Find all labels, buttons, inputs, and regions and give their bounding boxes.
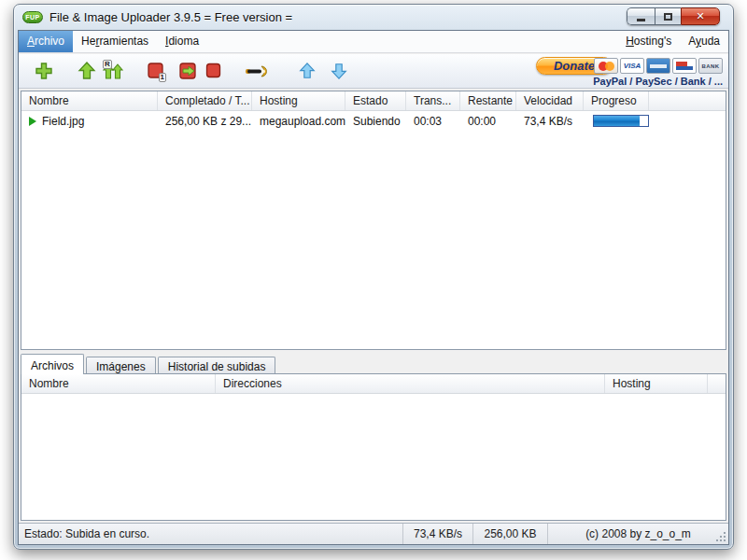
amex-icon[interactable] <box>646 58 670 74</box>
col-trans[interactable]: Trans... <box>406 91 460 110</box>
tab-historial[interactable]: Historial de subidas <box>158 357 276 374</box>
col-completado[interactable]: Completado / T... <box>158 91 252 110</box>
col-restante[interactable]: Restante <box>460 91 516 110</box>
plus-icon <box>34 61 54 81</box>
col-nombre[interactable]: Nombre <box>21 91 158 110</box>
files-col-direcciones[interactable]: Direcciones <box>216 374 605 393</box>
cell-hosting: megaupload.com <box>252 115 345 128</box>
bank-icon[interactable]: BANK <box>698 58 723 74</box>
client-area: Archivo Herramientas Idioma Hosting's Ay… <box>18 30 729 545</box>
window-controls: ✕ <box>627 7 720 25</box>
cell-progreso <box>584 115 649 127</box>
visa-icon[interactable]: VISA <box>620 58 644 74</box>
upload-row[interactable]: Field.jpg 256,00 KB z 29... megaupload.c… <box>21 111 726 131</box>
files-panel: Nombre Direcciones Hosting <box>21 373 726 521</box>
restart-badge: R <box>103 60 112 69</box>
files-col-nombre[interactable]: Nombre <box>21 374 216 393</box>
app-icon: FUP <box>22 11 43 23</box>
donate-area: Donate VISA BANK PayPal / PaySec / Bank … <box>536 56 723 87</box>
payment-cards: VISA BANK <box>594 58 723 74</box>
progress-bar <box>593 115 649 127</box>
restart-uploads-button[interactable]: R <box>101 59 125 83</box>
col-hosting[interactable]: Hosting <box>252 91 345 110</box>
upload-arrow-icon <box>77 61 97 81</box>
cell-velocidad: 73,4 KB/s <box>516 115 584 128</box>
status-copyright: (c) 2008 by z_o_o_m <box>548 524 728 544</box>
col-velocidad[interactable]: Velocidad <box>516 91 584 110</box>
paysec-icon[interactable] <box>672 58 697 74</box>
cell-restante: 00:00 <box>460 115 516 128</box>
cell-estado: Subiendo <box>345 115 406 128</box>
menu-idioma[interactable]: Idioma <box>157 31 207 52</box>
skip-arrow-icon <box>177 61 198 81</box>
move-down-button[interactable] <box>327 59 351 83</box>
status-speed: 73,4 KB/s <box>403 524 473 544</box>
col-empty <box>649 91 726 110</box>
menu-herramientas[interactable]: Herramientas <box>73 31 157 52</box>
files-col-empty <box>708 374 726 393</box>
col-progreso[interactable]: Progreso <box>584 91 649 110</box>
tab-imagenes[interactable]: Imágenes <box>86 357 156 374</box>
cell-nombre: Field.jpg <box>21 115 158 128</box>
maximize-button[interactable] <box>655 7 681 25</box>
app-icon-label: FUP <box>25 14 40 21</box>
stop-all-square-icon <box>204 61 224 81</box>
add-files-button[interactable] <box>32 59 56 83</box>
menu-archivo[interactable]: Archivo <box>19 31 73 52</box>
menu-hostings[interactable]: Hosting's <box>617 31 680 52</box>
move-up-button[interactable] <box>295 59 319 83</box>
files-table-header: Nombre Direcciones Hosting <box>21 374 726 394</box>
cell-completado: 256,00 KB z 29... <box>158 115 252 128</box>
skip-current-button[interactable] <box>176 59 200 83</box>
menu-spacer <box>207 31 617 52</box>
progress-fill <box>594 116 640 126</box>
upload-table-header: Nombre Completado / T... Hosting Estado … <box>21 91 726 111</box>
status-text: Estado: Subida en curso. <box>19 524 403 544</box>
menu-bar: Archivo Herramientas Idioma Hosting's Ay… <box>19 31 728 53</box>
title-bar[interactable]: FUP File & Image Uploader 3.9.5 = Free v… <box>14 5 733 30</box>
tab-archivos[interactable]: Archivos <box>21 354 84 374</box>
minimize-button[interactable] <box>627 7 655 25</box>
close-button[interactable]: ✕ <box>681 7 720 25</box>
mastercard-orange-circle <box>605 62 614 71</box>
upload-queue-panel: Nombre Completado / T... Hosting Estado … <box>21 91 726 350</box>
stop-all-button[interactable] <box>202 59 226 83</box>
paysec-logo-bottom <box>676 66 693 70</box>
cell-trans: 00:03 <box>406 115 460 128</box>
blue-down-arrow-icon <box>330 62 348 80</box>
close-icon: ✕ <box>696 10 704 22</box>
stop-current-button[interactable]: 1 <box>144 59 168 83</box>
resize-grip[interactable] <box>715 531 726 542</box>
amex-stripe <box>650 64 667 68</box>
wrench-icon <box>245 61 269 81</box>
blue-up-arrow-icon <box>298 62 317 80</box>
col-estado[interactable]: Estado <box>345 91 406 110</box>
window-title: File & Image Uploader 3.9.5 = Free versi… <box>49 10 292 24</box>
maximize-icon <box>664 13 672 21</box>
status-size: 256,00 KB <box>473 524 548 544</box>
status-bar: Estado: Subida en curso. 73,4 KB/s 256,0… <box>19 523 728 544</box>
donate-caption: PayPal / PaySec / Bank / ... <box>593 76 723 87</box>
menu-ayuda[interactable]: Ayuda <box>680 31 728 52</box>
app-window: FUP File & Image Uploader 3.9.5 = Free v… <box>13 4 734 550</box>
mastercard-icon[interactable] <box>594 58 618 74</box>
minimize-icon <box>637 19 645 21</box>
stop-one-badge: 1 <box>159 73 166 82</box>
bottom-tabs: Archivos Imágenes Historial de subidas <box>21 354 277 374</box>
files-col-hosting[interactable]: Hosting <box>605 374 708 393</box>
start-upload-button[interactable] <box>75 59 99 83</box>
toolbar: R 1 <box>19 54 728 89</box>
uploading-play-icon <box>29 117 36 126</box>
settings-button[interactable] <box>245 59 269 83</box>
